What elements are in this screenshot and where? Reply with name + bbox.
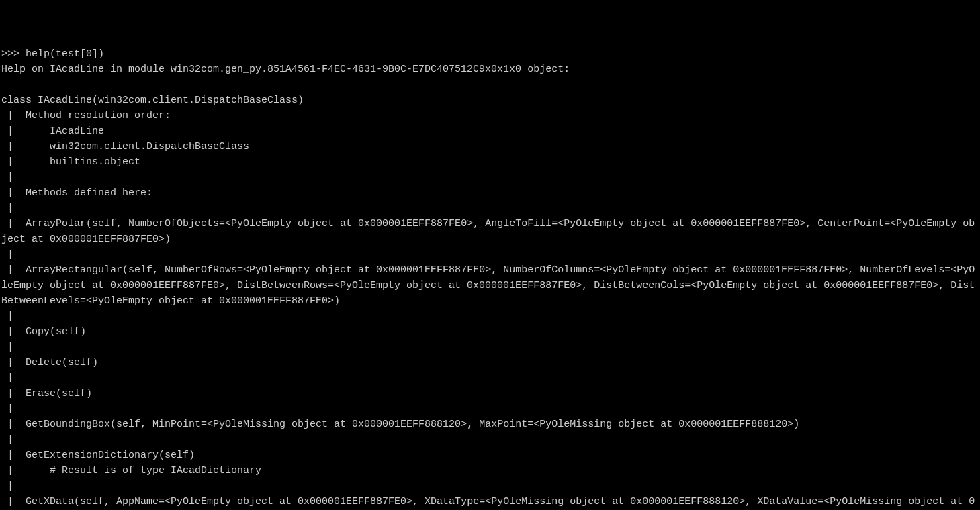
pipe-separator: | <box>1 203 26 214</box>
mro-header: | Method resolution order: <box>1 110 171 121</box>
class-declaration: class IAcadLine(win32com.client.Dispatch… <box>1 95 304 106</box>
method-arraypolar: | ArrayPolar(self, NumberOfObjects=<PyOl… <box>1 218 975 245</box>
method-copy: | Copy(self) <box>1 326 86 338</box>
method-getextensiondictionary: | GetExtensionDictionary(self) <box>1 450 195 461</box>
method-getxdata: | GetXData(self, AppName=<PyOleEmpty obj… <box>1 496 975 510</box>
pipe-separator: | <box>1 172 26 183</box>
method-delete: | Delete(self) <box>1 357 98 368</box>
help-header: Help on IAcadLine in module win32com.gen… <box>1 64 570 75</box>
method-comment: | # Result is of type IAcadDictionary <box>1 465 261 476</box>
mro-item: | IAcadLine <box>1 125 104 137</box>
pipe-separator: | <box>1 372 26 384</box>
pipe-separator: | <box>1 342 26 353</box>
pipe-separator: | <box>1 311 26 322</box>
mro-item: | builtins.object <box>1 156 140 168</box>
pipe-separator: | <box>1 249 26 260</box>
method-erase: | Erase(self) <box>1 388 92 399</box>
methods-header: | Methods defined here: <box>1 187 152 199</box>
prompt: >>> <box>1 48 26 60</box>
method-arrayrectangular: | ArrayRectangular(self, NumberOfRows=<P… <box>1 264 975 307</box>
pipe-separator: | <box>1 434 26 446</box>
pipe-separator: | <box>1 403 26 415</box>
mro-item: | win32com.client.DispatchBaseClass <box>1 141 249 152</box>
command-text: help(test[0]) <box>26 48 104 60</box>
terminal-output[interactable]: >>> help(test[0]) Help on IAcadLine in m… <box>1 46 979 510</box>
method-getboundingbox: | GetBoundingBox(self, MinPoint=<PyOleMi… <box>1 419 799 430</box>
pipe-separator: | <box>1 480 26 492</box>
